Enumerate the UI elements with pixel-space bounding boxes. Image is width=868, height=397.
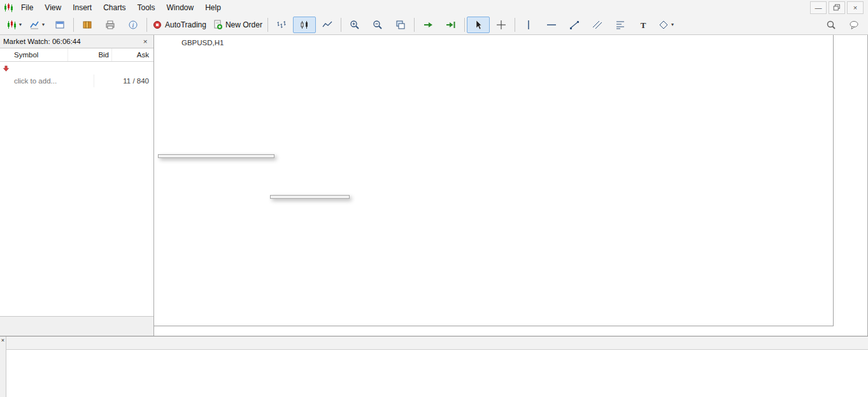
vertical-line-icon: [523, 20, 534, 30]
menu-view[interactable]: View: [39, 1, 67, 15]
market-watch-tabs: [0, 316, 153, 330]
zoom-out-icon: [373, 20, 383, 30]
shapes-button[interactable]: ▾: [655, 17, 678, 33]
arrow-down-icon: [3, 64, 11, 72]
vertical-line-button[interactable]: [517, 17, 540, 33]
chart-title-row: GBPUSD,H1: [157, 38, 224, 48]
auto-scroll-button[interactable]: [416, 17, 439, 33]
profiles-button[interactable]: ▾: [25, 17, 48, 33]
chart-area[interactable]: GBPUSD,H1: [153, 34, 868, 336]
chat-icon: [849, 20, 859, 30]
context-menu: [158, 154, 274, 158]
column-ask[interactable]: Ask: [111, 48, 153, 61]
svg-text:i: i: [132, 22, 134, 29]
autotrading-icon: [152, 20, 162, 30]
about-icon: i: [128, 20, 138, 30]
zoom-in-button[interactable]: [343, 17, 366, 33]
trendline-button[interactable]: [563, 17, 586, 33]
fibonacci-icon: [615, 20, 625, 30]
column-bid[interactable]: Bid: [68, 48, 111, 61]
tile-windows-icon: [395, 20, 406, 30]
zoom-in-icon: [350, 20, 360, 30]
chart-symbol-icon: [157, 38, 167, 48]
zoom-out-button[interactable]: [366, 17, 389, 33]
toolbar-separator: [464, 18, 465, 32]
chevron-down-icon: ▾: [671, 22, 674, 27]
candlestick-chart[interactable]: [153, 35, 345, 131]
line-chart-mode-button[interactable]: [316, 17, 339, 33]
print-icon: [105, 20, 115, 30]
candlestick-mode-button[interactable]: [293, 17, 316, 33]
bar-chart-mode-icon: [276, 20, 287, 30]
click-to-add[interactable]: click to add...: [0, 75, 94, 87]
chart-shift-button[interactable]: [439, 17, 462, 33]
chart-title: GBPUSD,H1: [181, 39, 224, 47]
candlestick-mode-icon: [299, 20, 309, 30]
chat-button[interactable]: [843, 17, 865, 33]
horizontal-line-button[interactable]: [540, 17, 563, 33]
text-icon: T: [638, 20, 648, 30]
chart-window-icon: [55, 20, 65, 30]
window-close-button[interactable]: ×: [847, 1, 864, 14]
menu-file[interactable]: File: [15, 1, 39, 15]
symbol-name: [0, 62, 153, 75]
menu-charts[interactable]: Charts: [97, 1, 131, 15]
svg-text:T: T: [641, 20, 646, 30]
menu-tools[interactable]: Tools: [132, 1, 161, 15]
new-order-icon: [213, 20, 223, 30]
line-chart-mode-icon: [322, 20, 332, 30]
toolbar-separator: [414, 18, 415, 32]
market-watch-toggle-button[interactable]: [76, 17, 99, 33]
chart-shift-icon: [446, 20, 456, 30]
terminal-main: [6, 336, 868, 397]
toolbar-separator: [73, 18, 74, 32]
toolbar-separator: [341, 18, 341, 32]
chevron-down-icon: ▾: [42, 22, 45, 27]
print-button[interactable]: [99, 17, 122, 33]
market-watch-toggle-icon: [82, 20, 92, 30]
autotrading-button[interactable]: AutoTrading: [149, 17, 210, 33]
menu-window[interactable]: Window: [161, 1, 200, 15]
market-watch-footer: click to add... 11 / 840: [0, 75, 153, 87]
chart-window-button[interactable]: [48, 17, 71, 33]
window-minimize-button[interactable]: —: [810, 1, 827, 14]
equidistant-channel-icon: [592, 20, 602, 30]
profiles-icon: [29, 20, 39, 30]
chart-plot[interactable]: [153, 35, 834, 326]
about-button[interactable]: i: [122, 17, 145, 33]
trendline-icon: [569, 20, 580, 30]
new-chart-button[interactable]: ▾: [3, 17, 25, 33]
symbol-count: 11 / 840: [94, 75, 153, 87]
search-button[interactable]: [820, 17, 843, 33]
horizontal-line-icon: [546, 20, 557, 30]
text-button[interactable]: T: [632, 17, 655, 33]
menu-bar: FileViewInsertChartsToolsWindowHelp —×: [0, 0, 868, 16]
new-order-button[interactable]: New Order: [210, 17, 266, 33]
toolbar: ▾▾iAutoTradingNew OrderT▾: [0, 15, 868, 35]
bar-chart-mode-button[interactable]: [270, 17, 293, 33]
search-icon: [826, 20, 836, 30]
chevron-down-icon: ▾: [19, 22, 22, 27]
time-scale[interactable]: [153, 326, 834, 336]
terminal-close-button[interactable]: ×: [0, 336, 6, 397]
menu-insert[interactable]: Insert: [67, 1, 97, 15]
market-watch-empty-area: [0, 87, 153, 316]
window-restore-button[interactable]: [829, 1, 845, 14]
terminal-header: [6, 336, 868, 350]
price-scale[interactable]: [833, 35, 867, 326]
market-watch-close-button[interactable]: ×: [140, 38, 150, 45]
fibonacci-button[interactable]: [609, 17, 632, 33]
chart-period-icon: [169, 38, 180, 48]
terminal-panel: ×: [0, 336, 868, 397]
crosshair-button[interactable]: [490, 17, 513, 33]
autotrading-label: AutoTrading: [165, 20, 206, 29]
column-symbol[interactable]: Symbol: [0, 48, 68, 61]
new-chart-icon: [6, 20, 17, 30]
tile-windows-button[interactable]: [389, 17, 412, 33]
toolbar-separator: [515, 18, 515, 32]
market-watch-row-eurusd[interactable]: [0, 62, 153, 75]
market-watch-title: Market Watch: 06:06:44: [3, 38, 81, 45]
menu-help[interactable]: Help: [199, 1, 227, 15]
cursor-button[interactable]: [467, 17, 490, 33]
equidistant-channel-button[interactable]: [586, 17, 609, 33]
